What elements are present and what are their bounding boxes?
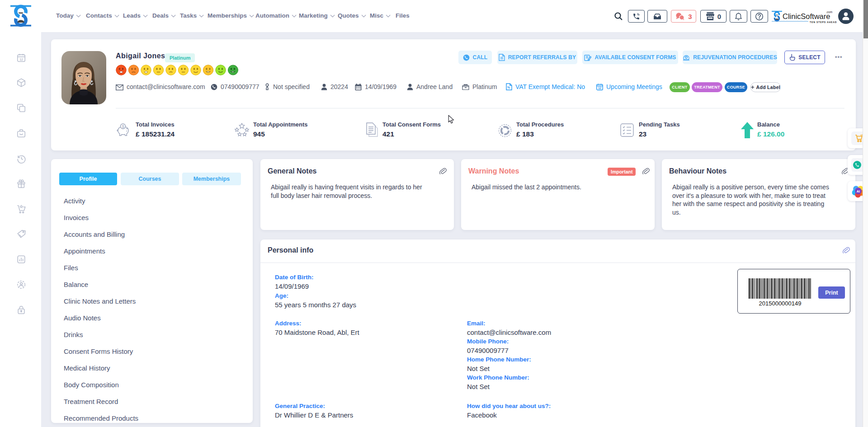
svg-text:12: 12 [19,58,23,61]
svg-text:TEN STEPS AHEAD: TEN STEPS AHEAD [810,21,837,23]
svg-text:.com: .com [826,10,832,14]
svg-text:AI: AI [857,189,860,193]
svg-text:ClinicSoftware: ClinicSoftware [783,12,830,20]
svg-text:$: $ [122,124,124,129]
svg-text:12: 12 [598,86,602,89]
svg-text:%: % [507,86,510,89]
